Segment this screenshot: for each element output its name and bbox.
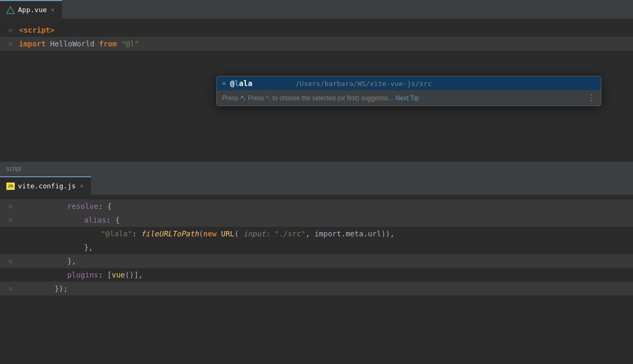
autocomplete-popup: » @lala /Users/barbara/WS/vite-vue-js/sr… (216, 76, 601, 106)
bottom-tab-bar: JS vite.config.js × (0, 176, 633, 195)
vue-icon (6, 6, 15, 14)
code-content-b7: }); (17, 276, 68, 300)
autocomplete-item[interactable]: » @lala /Users/barbara/WS/vite-vue-js/sr… (217, 76, 601, 90)
autocomplete-path: /Users/barbara/WS/vite-vue-js/src (295, 80, 431, 88)
hint-desc: Press ^. to choose the selected (or firs… (248, 94, 394, 102)
section-divider: script (0, 161, 633, 176)
top-tab-bar: App.vue × (0, 0, 633, 19)
code-line-b4: }, (0, 241, 633, 254)
tab-vite-config-close[interactable]: × (79, 182, 85, 190)
fold-b1-gutter[interactable]: ⊟ (4, 203, 17, 210)
code-lines-bottom: ⊟ resolve: { ⊟ alias: { "@lala": fileURL… (0, 195, 633, 300)
code-content-2: import HelloWorld from "@l" (17, 40, 139, 48)
fold-gutter-2[interactable]: ⊟ (4, 41, 17, 47)
autocomplete-name: @lala (230, 79, 283, 88)
code-lines-top: ⊟ <script> ⊟ import HelloWorld from "@l" (0, 19, 633, 55)
autocomplete-hint: Press ^. Press ^. to choose the selected… (217, 90, 601, 106)
hint-more-button[interactable]: ⋮ (587, 93, 596, 103)
editor-top: ⊟ <script> ⊟ import HelloWorld from "@l"… (0, 19, 633, 161)
svg-marker-1 (8, 8, 13, 13)
js-icon: JS (6, 183, 15, 190)
code-line-b6: plugins: [vue()], (0, 268, 633, 282)
tab-app-vue-close[interactable]: × (50, 6, 56, 14)
hint-text: Press ^. Press ^. to choose the selected… (222, 94, 419, 102)
tab-vite-config-label: vite.config.js (18, 182, 76, 190)
code-content-1: <script> (17, 26, 54, 34)
svg-marker-0 (6, 6, 15, 14)
hint-key: ^. (241, 94, 246, 102)
code-line-2: ⊟ import HelloWorld from "@l" (0, 37, 633, 51)
next-tip-button[interactable]: Next Tip (396, 94, 419, 102)
code-line-b7: ⊟ }); (0, 282, 633, 295)
code-line-1: ⊟ <script> (0, 23, 633, 37)
autocomplete-arrow: » (222, 80, 226, 87)
code-line-b3: "@lala": fileURLToPath(new URL( input: "… (0, 227, 633, 241)
fold-b7-gutter[interactable]: ⊟ (4, 285, 17, 292)
fold-b2-gutter[interactable]: ⊟ (4, 217, 17, 224)
section-label: script (6, 165, 22, 173)
fold-b5-gutter[interactable]: ⊟ (4, 258, 17, 265)
tab-app-vue-label: App.vue (18, 6, 47, 14)
hint-label: Press (222, 94, 238, 102)
tab-vite-config[interactable]: JS vite.config.js × (0, 176, 91, 195)
fold-gutter-1[interactable]: ⊟ (4, 27, 17, 34)
tab-app-vue[interactable]: App.vue × (0, 0, 62, 18)
editor-bottom: ⊟ resolve: { ⊟ alias: { "@lala": fileURL… (0, 195, 633, 300)
